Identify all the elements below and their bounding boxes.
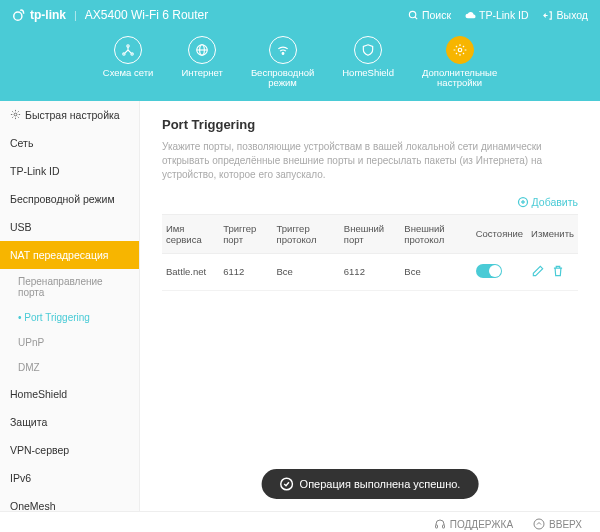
support-link[interactable]: ПОДДЕРЖКА: [434, 518, 513, 530]
divider: |: [74, 9, 77, 21]
logout-link[interactable]: Выход: [543, 9, 588, 21]
th-trigger-proto: Триггер протокол: [273, 214, 340, 253]
shield-icon: [361, 43, 375, 57]
logout-label: Выход: [557, 9, 588, 21]
tplinkid-link[interactable]: TP-Link ID: [465, 9, 529, 21]
th-edit: Изменить: [527, 214, 578, 253]
page-title: Port Triggering: [162, 117, 578, 132]
cell-trigger-port: 6112: [219, 253, 272, 290]
svg-point-11: [14, 114, 17, 117]
th-service: Имя сервиса: [162, 214, 219, 253]
gear-icon: [453, 43, 467, 57]
sidebar-item-onemesh[interactable]: OneMesh: [0, 492, 139, 511]
tab-wireless[interactable]: Беспроводной режим: [251, 36, 314, 89]
delete-icon[interactable]: [551, 264, 565, 278]
wifi-icon: [276, 43, 290, 57]
sidebar-sub-dmz[interactable]: DMZ: [0, 355, 139, 380]
headset-icon: [434, 518, 446, 530]
support-label: ПОДДЕРЖКА: [450, 519, 513, 530]
sidebar-quick-label: Быстрая настройка: [25, 109, 120, 121]
th-state: Состояние: [472, 214, 527, 253]
sidebar-item-usb[interactable]: USB: [0, 213, 139, 241]
search-link[interactable]: Поиск: [408, 9, 451, 21]
sidebar-sub-portforward[interactable]: Перенаправление порта: [0, 269, 139, 305]
gear-icon: [10, 109, 21, 120]
svg-point-4: [123, 53, 125, 55]
tab-internet[interactable]: Интернет: [181, 36, 222, 89]
tplink-icon: [12, 8, 26, 22]
tab-advanced-label: Дополнительные настройки: [422, 68, 497, 89]
svg-rect-16: [435, 525, 437, 528]
check-icon: [280, 477, 294, 491]
tab-network-map[interactable]: Схема сети: [103, 36, 154, 89]
page-description: Укажите порты, позволяющие устройствам в…: [162, 140, 578, 182]
sidebar-item-nat[interactable]: NAT переадресация: [0, 241, 139, 269]
sidebar-item-tplinkid[interactable]: TP-Link ID: [0, 157, 139, 185]
logout-icon: [543, 10, 554, 21]
add-button[interactable]: Добавить: [517, 196, 578, 208]
svg-rect-17: [442, 525, 444, 528]
top-label: ВВЕРХ: [549, 519, 582, 530]
th-ext-proto: Внешний протокол: [400, 214, 471, 253]
plus-icon: [517, 196, 529, 208]
th-trigger-port: Триггер порт: [219, 214, 272, 253]
brand-text: tp-link: [30, 8, 66, 22]
sidebar-item-ipv6[interactable]: IPv6: [0, 464, 139, 492]
search-label: Поиск: [422, 9, 451, 21]
sidebar-sub-upnp[interactable]: UPnP: [0, 330, 139, 355]
svg-point-5: [131, 53, 133, 55]
search-icon: [408, 10, 419, 21]
tab-internet-label: Интернет: [181, 68, 222, 78]
svg-line-2: [415, 16, 417, 18]
th-ext-port: Внешний порт: [340, 214, 401, 253]
table-row: Battle.net 6112 Все 6112 Все: [162, 253, 578, 290]
add-label: Добавить: [532, 196, 578, 208]
sidebar-item-quick-setup[interactable]: Быстрая настройка: [0, 101, 139, 129]
cell-trigger-proto: Все: [273, 253, 340, 290]
svg-point-3: [127, 45, 129, 47]
state-toggle[interactable]: [476, 264, 502, 278]
tab-wireless-label: Беспроводной режим: [251, 68, 314, 89]
svg-point-0: [14, 12, 22, 20]
svg-point-1: [409, 11, 415, 17]
sidebar-item-network[interactable]: Сеть: [0, 129, 139, 157]
sidebar-item-vpn[interactable]: VPN-сервер: [0, 436, 139, 464]
toast-text: Операция выполнена успешно.: [300, 478, 461, 490]
tab-advanced[interactable]: Дополнительные настройки: [422, 36, 497, 89]
globe-icon: [195, 43, 209, 57]
model-name: AX5400 Wi-Fi 6 Router: [85, 8, 208, 22]
sidebar-item-homeshield[interactable]: HomeShield: [0, 380, 139, 408]
toast-success: Операция выполнена успешно.: [262, 469, 479, 499]
sidebar-item-wireless[interactable]: Беспроводной режим: [0, 185, 139, 213]
edit-icon[interactable]: [531, 264, 545, 278]
tab-homeshield-label: HomeShield: [342, 68, 394, 78]
svg-point-18: [534, 519, 544, 529]
tab-homeshield[interactable]: HomeShield: [342, 36, 394, 89]
tab-network-label: Схема сети: [103, 68, 154, 78]
arrow-up-icon: [533, 518, 545, 530]
sidebar-item-security[interactable]: Защита: [0, 408, 139, 436]
sidebar-sub-porttriggering[interactable]: • Port Triggering: [0, 305, 139, 330]
svg-point-9: [282, 53, 284, 55]
triggering-table: Имя сервиса Триггер порт Триггер протоко…: [162, 214, 578, 291]
cell-ext-port: 6112: [340, 253, 401, 290]
cell-service: Battle.net: [162, 253, 219, 290]
cloud-icon: [465, 10, 476, 21]
network-icon: [121, 43, 135, 57]
sidebar: Быстрая настройка Сеть TP-Link ID Беспро…: [0, 101, 140, 511]
tplinkid-label: TP-Link ID: [479, 9, 529, 21]
svg-point-10: [458, 48, 462, 52]
top-link[interactable]: ВВЕРХ: [533, 518, 582, 530]
cell-ext-proto: Все: [400, 253, 471, 290]
brand-logo: tp-link: [12, 8, 66, 22]
